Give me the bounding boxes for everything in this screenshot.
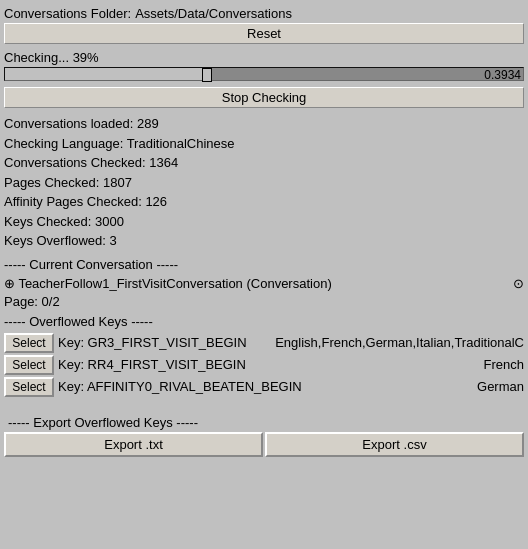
export-buttons: Export .txt Export .csv [4, 432, 524, 457]
key-lang-1: English,French,German,Italian,Traditiona… [275, 335, 524, 350]
overflowed-keys-divider: ----- Overflowed Keys ----- [0, 310, 528, 331]
folder-row: Conversations Folder: Assets/Data/Conver… [0, 4, 528, 23]
progress-bar: 0.3934 [4, 67, 524, 81]
export-section: ----- Export Overflowed Keys ----- Expor… [0, 407, 528, 459]
key-row-3: Select Key: AFFINITY0_RIVAL_BEATEN_BEGIN… [4, 377, 524, 397]
stop-checking-button[interactable]: Stop Checking [4, 87, 524, 108]
reset-button[interactable]: Reset [4, 23, 524, 44]
progress-section: Checking... 39% 0.3934 [0, 46, 528, 85]
keys-checked: Keys Checked: 3000 [4, 212, 524, 232]
progress-label: Checking... 39% [4, 50, 524, 65]
key-name-3: Key: AFFINITY0_RIVAL_BEATEN_BEGIN [58, 379, 477, 394]
key-lang-2: French [484, 357, 524, 372]
key-row-1: Select Key: GR3_FIRST_VISIT_BEGIN Englis… [4, 333, 524, 353]
progress-value: 0.3934 [484, 68, 521, 82]
select-button-3[interactable]: Select [4, 377, 54, 397]
export-divider: ----- Export Overflowed Keys ----- [4, 411, 524, 432]
progress-thumb[interactable] [202, 68, 212, 82]
key-row-2: Select Key: RR4_FIRST_VISIT_BEGIN French [4, 355, 524, 375]
select-button-2[interactable]: Select [4, 355, 54, 375]
affinity-pages-checked: Affinity Pages Checked: 126 [4, 192, 524, 212]
main-container: Conversations Folder: Assets/Data/Conver… [0, 0, 528, 549]
pages-checked: Pages Checked: 1807 [4, 173, 524, 193]
key-name-1: Key: GR3_FIRST_VISIT_BEGIN [58, 335, 275, 350]
page-info: Page: 0/2 [0, 293, 528, 310]
key-name-2: Key: RR4_FIRST_VISIT_BEGIN [58, 357, 484, 372]
conversations-loaded: Conversations loaded: 289 [4, 114, 524, 134]
info-section: Conversations loaded: 289 Checking Langu… [0, 112, 528, 253]
export-txt-button[interactable]: Export .txt [4, 432, 263, 457]
key-lang-3: German [477, 379, 524, 394]
select-button-1[interactable]: Select [4, 333, 54, 353]
current-conversation-divider: ----- Current Conversation ----- [0, 253, 528, 274]
export-csv-button[interactable]: Export .csv [265, 432, 524, 457]
progress-fill [5, 68, 207, 80]
folder-label: Conversations Folder: [4, 6, 131, 21]
keys-overflowed: Keys Overflowed: 3 [4, 231, 524, 251]
conversations-checked: Conversations Checked: 1364 [4, 153, 524, 173]
conversation-name: ⊕ TeacherFollow1_FirstVisitConversation … [4, 276, 513, 291]
overflowed-keys-section: Select Key: GR3_FIRST_VISIT_BEGIN Englis… [0, 331, 528, 401]
conversation-icon[interactable]: ⊙ [513, 276, 524, 291]
folder-value: Assets/Data/Conversations [135, 6, 292, 21]
checking-language: Checking Language: TraditionalChinese [4, 134, 524, 154]
current-conversation-row: ⊕ TeacherFollow1_FirstVisitConversation … [0, 274, 528, 293]
